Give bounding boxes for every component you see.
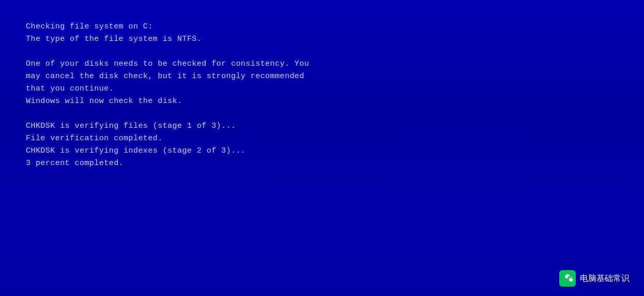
- terminal-line-10: 3 percent completed.: [26, 157, 618, 170]
- terminal-line-6: Windows will now check the disk.: [26, 95, 618, 108]
- terminal-line-2: The type of the file system is NTFS.: [26, 33, 618, 46]
- wechat-logo-svg: [562, 273, 573, 284]
- watermark-label: 电脑基础常识: [580, 273, 630, 284]
- terminal-output: Checking file system on C: The type of t…: [26, 21, 618, 170]
- terminal-line-4: may cancel the disk check, but it is str…: [26, 70, 618, 83]
- watermark-badge: 电脑基础常识: [559, 270, 630, 287]
- terminal-line-7: CHKDSK is verifying files (stage 1 of 3)…: [26, 120, 618, 132]
- bsod-screen: Checking file system on C: The type of t…: [0, 0, 644, 296]
- terminal-spacer-2: [26, 108, 618, 120]
- terminal-spacer-1: [26, 46, 618, 58]
- terminal-content: Checking file system on C: The type of t…: [26, 21, 618, 170]
- terminal-line-5: that you continue.: [26, 83, 618, 95]
- terminal-line-8: File verification completed.: [26, 132, 618, 145]
- terminal-line-3: One of your disks needs to be checked fo…: [26, 58, 618, 70]
- terminal-line-1: Checking file system on C:: [26, 21, 618, 33]
- wechat-icon: [559, 270, 576, 287]
- terminal-line-9: CHKDSK is verifying indexes (stage 2 of …: [26, 145, 618, 157]
